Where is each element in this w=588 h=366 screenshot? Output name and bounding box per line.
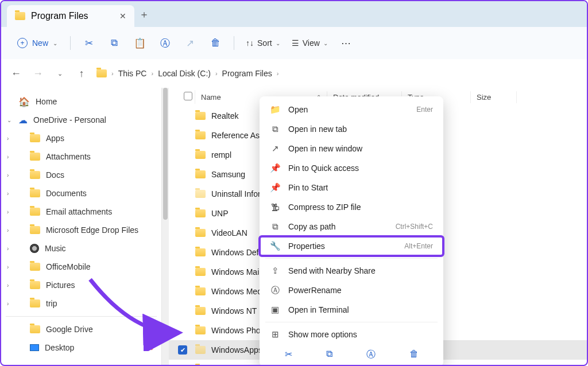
divider [265,258,438,259]
more-icon[interactable]: ⋯ [335,33,358,53]
context-menu-item[interactable]: ⧉Copy as pathCtrl+Shift+C [260,217,443,236]
breadcrumb[interactable]: › This PC › Local Disk (C:) › Program Fi… [96,69,278,78]
rename-icon[interactable]: Ⓐ [366,349,376,361]
folder-icon [195,131,206,139]
breadcrumb-item[interactable]: This PC [118,69,147,78]
up-button[interactable]: ↑ [75,68,88,80]
new-label: New [32,38,48,48]
context-menu-label: Open in new window [288,144,362,153]
folder-icon [30,281,40,289]
context-menu-item[interactable]: ↗Open in new window [260,139,443,158]
copy-icon[interactable]: ⧉ [103,33,126,53]
breadcrumb-item[interactable]: Local Disk (C:) [158,69,211,78]
sidebar-home[interactable]: 🏠 Home [6,92,157,111]
context-menu-item[interactable]: 📁OpenEnter [260,100,443,119]
column-size[interactable]: Size [471,91,517,103]
folder-icon [195,326,206,334]
back-button[interactable]: ← [9,68,23,80]
row-checkbox[interactable] [178,345,195,355]
folder-icon [195,229,206,237]
cut-icon[interactable]: ✂ [78,33,100,53]
context-menu-label: Pin to Start [288,183,328,192]
delete-icon[interactable]: 🗑 [204,33,227,53]
file-name: rempl [211,150,231,159]
context-menu-label: Open [288,105,308,114]
chevron-right-icon[interactable]: › [7,282,9,289]
sidebar-item[interactable]: ›Music [6,239,157,258]
sort-button[interactable]: ↑↓ Sort ⌄ [241,38,285,48]
scrollbar[interactable] [162,88,169,365]
sidebar-pinned-item[interactable]: Google Drive📌 [6,320,157,338]
context-menu-item[interactable]: ⒶPowerRename [260,281,443,300]
sidebar-label: Home [36,97,57,106]
file-name: WindowsApps [211,345,262,355]
folder-icon [15,12,25,20]
scroll-thumb[interactable] [163,88,168,220]
window-tab[interactable]: Program Files ✕ [7,5,134,27]
chevron-right-icon[interactable]: › [7,209,9,215]
sidebar-label: Email attachments [46,207,112,216]
cut-icon[interactable]: ✂ [285,349,292,361]
chevron-right-icon[interactable]: › [7,264,9,270]
chevron-right-icon[interactable]: › [7,172,9,178]
history-chevron-icon[interactable]: ⌄ [53,70,67,77]
copy-icon[interactable]: ⧉ [326,349,332,361]
file-name: Samsung [211,170,245,179]
chevron-right-icon[interactable]: › [7,246,9,252]
folder-icon [30,263,40,271]
context-menu-item[interactable]: ⊞Show more options [260,325,443,344]
sidebar-item[interactable]: ›trip [6,294,157,313]
home-icon: 🏠 [18,96,30,107]
pin-icon: 📌 [270,182,280,193]
paste-icon[interactable]: 📋 [128,33,151,53]
sidebar: 🏠 Home ⌄ ☁ OneDrive - Personal ›Apps›Att… [1,88,162,365]
divider [265,322,438,322]
sidebar-item[interactable]: ›Apps [6,129,157,147]
new-tab-button[interactable]: ＋ [134,7,154,21]
folder-icon [30,153,40,161]
sidebar-onedrive[interactable]: ⌄ ☁ OneDrive - Personal [6,111,157,129]
sidebar-item[interactable]: ›Docs [6,166,157,184]
sidebar-pinned-item[interactable]: Desktop📌 [6,338,157,357]
view-button[interactable]: ☰ View ⌄ [287,38,332,48]
context-menu-item[interactable]: ▣Open in Terminal [260,300,443,320]
context-menu-item[interactable]: 📌Pin to Quick access [260,158,443,178]
context-menu-item[interactable]: ⇪Send with Nearby Share [260,261,443,281]
pin-icon: 📌 [143,324,155,336]
sidebar-item[interactable]: ›Documents [6,184,157,203]
chevron-down-icon[interactable]: ⌄ [7,117,11,123]
sidebar-item[interactable]: ›OfficeMobile [6,258,157,276]
forward-button[interactable]: → [31,68,45,80]
sidebar-item[interactable]: ›Microsoft Edge Drop Files [6,221,157,239]
context-menu-label: Show more options [288,330,357,339]
nav-bar: ← → ⌄ ↑ › This PC › Local Disk (C:) › Pr… [1,59,587,88]
context-menu-toolbar: ✂⧉Ⓐ🗑 [260,344,443,363]
chevron-right-icon[interactable]: › [7,154,9,160]
context-menu-item[interactable]: ⧉Open in new tab [260,119,443,139]
sidebar-label: Documents [46,189,87,198]
folder-icon [30,171,40,179]
new-button[interactable]: + New ⌄ [11,34,63,52]
view-label: View [303,38,320,48]
close-tab-icon[interactable]: ✕ [119,11,126,21]
share-icon[interactable]: ↗ [179,33,202,53]
delete-icon[interactable]: 🗑 [409,349,419,361]
title-bar: Program Files ✕ ＋ [1,1,587,27]
sidebar-label: OneDrive - Personal [33,115,106,124]
chevron-right-icon: › [111,70,114,77]
chevron-right-icon[interactable]: › [7,301,9,307]
sidebar-item[interactable]: ›Attachments [6,147,157,166]
chevron-right-icon[interactable]: › [7,190,9,197]
sidebar-item[interactable]: ›Email attachments [6,203,157,221]
chevron-right-icon[interactable]: › [7,135,9,142]
breadcrumb-item[interactable]: Program Files [222,69,272,78]
context-menu-item[interactable]: 📌Pin to Start [260,178,443,197]
context-menu-label: Open in Terminal [288,305,349,314]
context-menu-item[interactable]: 🗜Compress to ZIP file [260,197,443,217]
select-all-checkbox[interactable] [178,90,195,104]
rename-icon[interactable]: Ⓐ [153,33,176,53]
sidebar-item[interactable]: ›Pictures [6,276,157,294]
shortcut: Enter [416,106,433,114]
chevron-right-icon[interactable]: › [7,227,9,233]
context-menu-item[interactable]: 🔧PropertiesAlt+Enter [260,236,443,256]
